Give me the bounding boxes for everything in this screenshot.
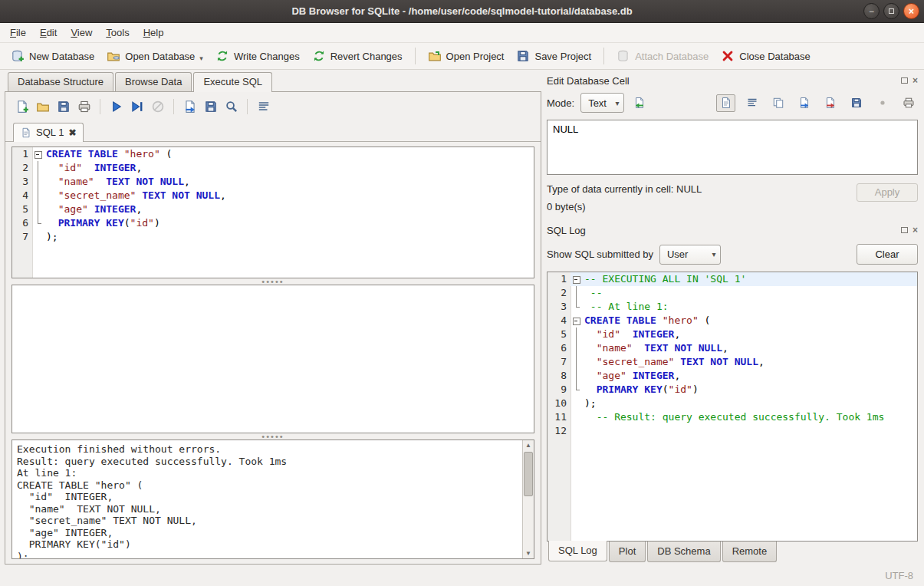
print-button[interactable] [74, 97, 94, 116]
sql-log-header: SQL Log × [547, 222, 918, 239]
mode-select[interactable]: Text ▾ [580, 93, 624, 113]
fold-collapse-icon[interactable] [32, 147, 44, 161]
menu-help[interactable]: Help [136, 23, 171, 42]
filter-label: Show SQL submitted by [547, 249, 653, 260]
chevron-down-icon: ▾ [708, 250, 720, 258]
code-text: PRIMARY KEY("id") [582, 383, 699, 397]
text-view-button[interactable] [716, 94, 735, 112]
export-csv-button[interactable] [179, 97, 200, 116]
fold-collapse-icon[interactable] [571, 272, 582, 286]
code-line: 9 PRIMARY KEY("id") [547, 383, 917, 397]
splitter-handle-icon: ••••• [261, 279, 284, 284]
code-text: "secret_name" TEXT NOT NULL, [44, 189, 226, 202]
line-number: 3 [12, 175, 32, 189]
print-cell-button[interactable] [899, 94, 918, 112]
dock-tab-remote[interactable]: Remote [722, 542, 778, 562]
apply-button[interactable]: Apply [857, 183, 918, 202]
code-text: "id" INTEGER, [582, 328, 680, 341]
scroll-down-icon[interactable]: ▼ [525, 548, 531, 558]
new-database-button[interactable]: New Database [5, 46, 100, 66]
code-line: 12 [547, 424, 917, 438]
line-number: 4 [12, 189, 32, 202]
maximize-button[interactable] [883, 3, 899, 19]
import-data-button[interactable] [794, 94, 814, 112]
close-panel-icon[interactable]: × [912, 226, 918, 234]
edit-cell-header: Edit Database Cell × [547, 72, 918, 89]
scroll-up-icon[interactable]: ▲ [525, 440, 531, 450]
menu-edit[interactable]: Edit [33, 23, 64, 42]
clear-button[interactable]: Clear [857, 244, 918, 265]
new-tab-button[interactable] [12, 97, 32, 116]
cell-editor[interactable]: NULL [547, 120, 918, 175]
splitter-editor-results[interactable]: ••••• [5, 278, 541, 285]
revert-changes-button[interactable]: Revert Changes [306, 46, 409, 66]
save-project-button[interactable]: Save Project [510, 46, 597, 66]
close-panel-icon[interactable]: × [912, 77, 918, 84]
toolbar-separator [100, 99, 100, 114]
tab-execute-sql[interactable]: Execute SQL [193, 72, 272, 92]
toolbar-separator [603, 48, 604, 64]
menu-view[interactable]: View [64, 23, 99, 42]
execution-log-line: "secret_name" TEXT NOT NULL, [17, 515, 518, 527]
scroll-track[interactable] [523, 450, 534, 548]
sql-editor[interactable]: 1CREATE TABLE "hero" (2 "id" INTEGER,3 "… [12, 146, 534, 278]
new-database-icon [11, 49, 25, 63]
minimize-button[interactable]: − [863, 3, 880, 19]
find-replace-button[interactable] [221, 97, 242, 116]
close-database-button[interactable]: Close Database [715, 46, 817, 66]
float-panel-icon[interactable] [901, 227, 908, 233]
write-changes-button[interactable]: Write Changes [209, 46, 306, 66]
execution-log-line: Result: query executed successfully. Too… [17, 456, 518, 468]
code-line: 7 "secret_name" TEXT NOT NULL, [547, 355, 917, 369]
import-file-button[interactable] [630, 94, 649, 112]
code-text: -- [582, 286, 602, 300]
save-sql-file-button[interactable] [53, 97, 74, 116]
toolbar-separator [247, 99, 248, 114]
line-number: 9 [547, 383, 571, 397]
sql-tab[interactable]: SQL 1 ✖ [13, 123, 84, 142]
tab-database-structure[interactable]: Database Structure [8, 72, 113, 91]
dock-tab-plot[interactable]: Plot [609, 542, 646, 562]
float-panel-icon[interactable] [901, 77, 908, 84]
close-tab-icon[interactable]: ✖ [68, 127, 76, 138]
fold-collapse-icon[interactable] [571, 314, 582, 328]
splitter-results-log[interactable]: ••••• [5, 433, 541, 440]
line-number: 10 [547, 397, 571, 410]
main-tab-bar: Database StructureBrowse DataExecute SQL [5, 70, 541, 91]
word-wrap-button[interactable] [253, 97, 274, 116]
dock-tab-sql-log[interactable]: SQL Log [548, 541, 607, 561]
scroll-thumb[interactable] [524, 452, 533, 496]
menu-file[interactable]: File [3, 23, 33, 42]
execute-all-button[interactable] [106, 97, 127, 116]
execute-current-line-button[interactable] [127, 97, 147, 116]
set-null-button[interactable] [873, 94, 892, 112]
code-text: PRIMARY KEY("id") [44, 216, 160, 230]
write-changes-icon [215, 49, 229, 63]
open-sql-file-button[interactable] [32, 97, 53, 116]
fold-marker [571, 383, 582, 397]
fold-marker [32, 216, 44, 230]
code-line: 7); [12, 230, 534, 244]
dropdown-caret-icon[interactable]: ▾ [199, 54, 203, 63]
save-sql-file-icon [57, 100, 71, 114]
export-csv-icon [183, 100, 197, 114]
tab-browse-data[interactable]: Browse Data [115, 72, 192, 91]
menu-tools[interactable]: Tools [99, 23, 136, 42]
titlebar[interactable]: DB Browser for SQLite - /home/user/code/… [0, 0, 924, 23]
results-pane[interactable] [12, 285, 534, 433]
submitter-select[interactable]: User ▾ [659, 245, 721, 265]
save-as-button[interactable] [847, 94, 866, 112]
sql-log-view[interactable]: 1-- EXECUTING ALL IN 'SQL 1'2 --3 -- At … [547, 272, 918, 542]
copy-data-button[interactable] [768, 94, 788, 112]
open-database-button[interactable]: Open Database▾ [100, 46, 209, 66]
word-wrap-button[interactable] [742, 94, 761, 112]
save-results-button[interactable] [200, 97, 221, 116]
statusbar: UTF-8 [0, 565, 924, 586]
sql-editor-code[interactable]: 1CREATE TABLE "hero" (2 "id" INTEGER,3 "… [12, 147, 534, 278]
import-file-icon [633, 97, 646, 109]
dock-tab-db-schema[interactable]: DB Schema [647, 542, 720, 562]
vertical-scrollbar[interactable]: ▲ ▼ [522, 440, 534, 558]
export-data-button[interactable] [820, 94, 840, 112]
close-window-button[interactable]: × [903, 3, 919, 19]
open-project-button[interactable]: Open Project [422, 46, 511, 66]
